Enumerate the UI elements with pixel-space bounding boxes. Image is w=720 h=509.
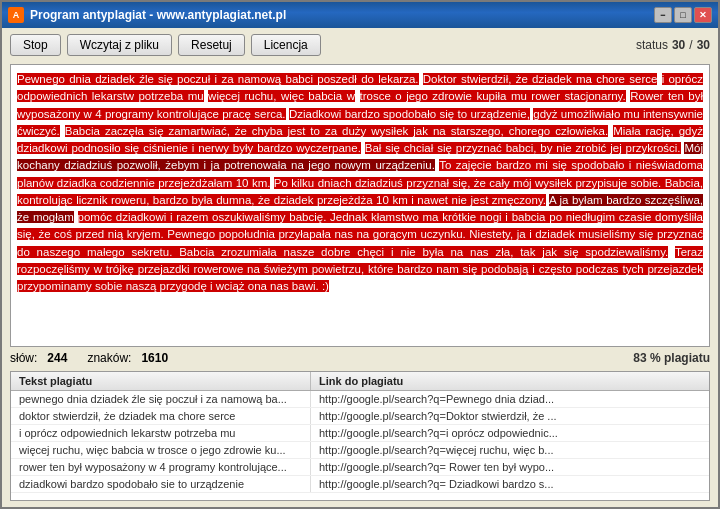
status-total: 30 (697, 38, 710, 52)
plagiat-link-cell[interactable]: http://google.pl/search?q=Doktor stwierd… (311, 408, 709, 424)
reset-button[interactable]: Resetuj (178, 34, 245, 56)
plagiat-link-cell[interactable]: http://google.pl/search?q= Rower ten był… (311, 459, 709, 475)
table-row[interactable]: dziadkowi bardzo spodobało sie to urządz… (11, 476, 709, 493)
main-window: A Program antyplagiat - www.antyplagiat.… (0, 0, 720, 509)
close-button[interactable]: ✕ (694, 7, 712, 23)
chars-value: 1610 (141, 351, 168, 365)
plagiat-link-cell[interactable]: http://google.pl/search?q= Dziadkowi bar… (311, 476, 709, 492)
stats-left: słów: 244 znaków: 1610 (10, 351, 168, 365)
status-separator: / (689, 38, 692, 52)
status-current: 30 (672, 38, 685, 52)
load-file-button[interactable]: Wczytaj z pliku (67, 34, 172, 56)
toolbar: Stop Wczytaj z pliku Resetuj Licencja st… (2, 28, 718, 62)
table-body[interactable]: pewnego dnia dziadek źle się poczuł i za… (11, 391, 709, 500)
title-bar: A Program antyplagiat - www.antyplagiat.… (2, 2, 718, 28)
title-buttons: − □ ✕ (654, 7, 712, 23)
plagiat-percentage: 83 % plagiatu (633, 351, 710, 365)
plagiat-link-cell[interactable]: http://google.pl/search?q=i oprócz odpow… (311, 425, 709, 441)
plagiat-text-cell: dziadkowi bardzo spodobało sie to urządz… (11, 476, 311, 492)
plagiat-link-cell[interactable]: http://google.pl/search?q=Pewnego dnia d… (311, 391, 709, 407)
minimize-button[interactable]: − (654, 7, 672, 23)
plagiat-text-cell: więcej ruchu, więc babcia w trosce o jeg… (11, 442, 311, 458)
table-row[interactable]: doktor stwierdził, że dziadek ma chore s… (11, 408, 709, 425)
stats-bar: słów: 244 znaków: 1610 83 % plagiatu (2, 347, 718, 369)
plagiat-table-container: Tekst plagiatu Link do plagiatu pewnego … (10, 371, 710, 501)
plagiat-link-cell[interactable]: http://google.pl/search?q=więcej ruchu, … (311, 442, 709, 458)
plagiat-text-cell: i oprócz odpowiednich lekarstw potrzeba … (11, 425, 311, 441)
plagiat-text-cell: pewnego dnia dziadek źle się poczuł i za… (11, 391, 311, 407)
window-title: Program antyplagiat - www.antyplagiat.ne… (30, 8, 286, 22)
col-header-text: Tekst plagiatu (11, 372, 311, 390)
plagiat-text-cell: rower ten był wyposażony w 4 programy ko… (11, 459, 311, 475)
license-button[interactable]: Licencja (251, 34, 321, 56)
status-label: status (636, 38, 668, 52)
col-header-link: Link do plagiatu (311, 372, 709, 390)
app-icon: A (8, 7, 24, 23)
table-row[interactable]: i oprócz odpowiednich lekarstw potrzeba … (11, 425, 709, 442)
table-row[interactable]: pewnego dnia dziadek źle się poczuł i za… (11, 391, 709, 408)
maximize-button[interactable]: □ (674, 7, 692, 23)
plagiat-text-cell: doktor stwierdził, że dziadek ma chore s… (11, 408, 311, 424)
text-area-container: Pewnego dnia dziadek źle się poczuł i za… (10, 64, 710, 347)
title-bar-left: A Program antyplagiat - www.antyplagiat.… (8, 7, 286, 23)
words-value: 244 (47, 351, 67, 365)
table-row[interactable]: rower ten był wyposażony w 4 programy ko… (11, 459, 709, 476)
text-content[interactable]: Pewnego dnia dziadek źle się poczuł i za… (11, 65, 709, 346)
words-label: słów: 244 (10, 351, 67, 365)
status-area: status 30 / 30 (636, 38, 710, 52)
table-row[interactable]: więcej ruchu, więc babcia w trosce o jeg… (11, 442, 709, 459)
table-header: Tekst plagiatu Link do plagiatu (11, 372, 709, 391)
chars-label: znaków: 1610 (87, 351, 168, 365)
stop-button[interactable]: Stop (10, 34, 61, 56)
